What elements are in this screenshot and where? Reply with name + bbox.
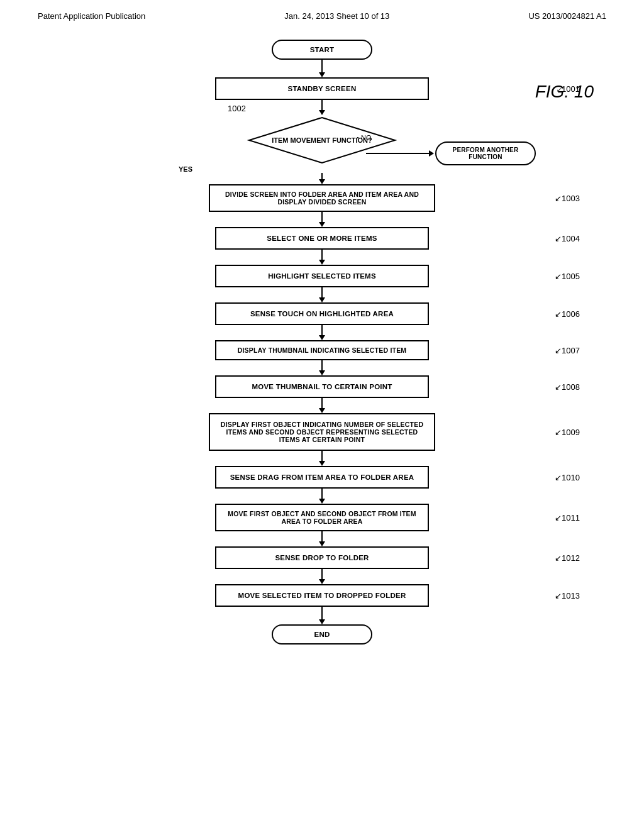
arrow-3 xyxy=(102,173,542,184)
step-1011-wrap: MOVE FIRST OBJECT AND SECOND OBJECT FROM… xyxy=(102,504,542,531)
arrow-4 xyxy=(102,212,542,227)
arrow-1 xyxy=(102,60,542,77)
step-1004-wrap: SELECT ONE OR MORE ITEMS ↙1004 xyxy=(102,227,542,250)
header-left: Patent Application Publication xyxy=(38,11,145,21)
start-node: START xyxy=(272,40,372,60)
node-1004: SELECT ONE OR MORE ITEMS xyxy=(215,227,429,250)
node-1003: DIVIDE SCREEN INTO FOLDER AREA AND ITEM … xyxy=(209,184,435,212)
arrow-14 xyxy=(102,607,542,624)
arrow-11 xyxy=(102,489,542,504)
step-1008-wrap: MOVE THUMBNAIL TO CERTAIN POINT ↙1008 xyxy=(102,375,542,398)
step-num-1007: ↙1007 xyxy=(555,346,580,355)
start-row: START xyxy=(102,40,542,60)
node-1013: MOVE SELECTED ITEM TO DROPPED FOLDER xyxy=(215,584,429,607)
header-center: Jan. 24, 2013 Sheet 10 of 13 xyxy=(284,11,389,21)
header-right: US 2013/0024821 A1 xyxy=(528,11,606,21)
arrow-2 xyxy=(102,100,542,115)
step-num-1009: ↙1009 xyxy=(555,428,580,437)
node-1002-diamond: ITEM MOVEMENT FUNCTION? xyxy=(247,115,397,165)
node-1011: MOVE FIRST OBJECT AND SECOND OBJECT FROM… xyxy=(215,504,429,531)
step-1005-wrap: HIGHLIGHT SELECTED ITEMS ↙1005 xyxy=(102,265,542,287)
arrow-8 xyxy=(102,360,542,375)
step-1007-wrap: DISPLAY THUMBNAIL INDICATING SELECTED IT… xyxy=(102,340,542,360)
step-1010-wrap: SENSE DRAG FROM ITEM AREA TO FOLDER AREA… xyxy=(102,466,542,489)
step-num-1004: ↙1004 xyxy=(555,234,580,243)
diamond-label-1002: ITEM MOVEMENT FUNCTION? xyxy=(247,115,397,165)
step-num-1001: ↙1001 xyxy=(557,84,580,94)
step-num-1008: ↙1008 xyxy=(555,382,580,392)
step-1001-wrap: STANDBY SCREEN ↙1001 xyxy=(102,77,542,100)
arrow-6 xyxy=(102,287,542,302)
step-num-1011: ↙1011 xyxy=(555,513,580,523)
node-1001: STANDBY SCREEN xyxy=(215,77,429,100)
arrow-7 xyxy=(102,325,542,340)
arrow-5 xyxy=(102,250,542,265)
arrow-13 xyxy=(102,569,542,584)
node-1012: SENSE DROP TO FOLDER xyxy=(215,546,429,569)
arrow-9 xyxy=(102,398,542,413)
node-1010: SENSE DRAG FROM ITEM AREA TO FOLDER AREA xyxy=(215,466,429,489)
step-1012-wrap: SENSE DROP TO FOLDER ↙1012 xyxy=(102,546,542,569)
arrow-12 xyxy=(102,531,542,546)
step-num-1005: ↙1005 xyxy=(555,272,580,281)
diagram-container: START STANDBY SCREEN ↙1001 1002 xyxy=(0,27,644,657)
node-1005: HIGHLIGHT SELECTED ITEMS xyxy=(215,265,429,287)
step-num-1002: 1002 xyxy=(228,104,246,113)
step-1006-wrap: SENSE TOUCH ON HIGHLIGHTED AREA ↙1006 xyxy=(102,302,542,325)
step-num-1013: ↙1013 xyxy=(555,591,580,600)
node-1008: MOVE THUMBNAIL TO CERTAIN POINT xyxy=(215,375,429,398)
diamond-1002-container: 1002 ITEM MOVEMENT FUNCTION? NO xyxy=(102,115,542,165)
flowchart: START STANDBY SCREEN ↙1001 1002 xyxy=(102,40,542,645)
page-header: Patent Application Publication Jan. 24, … xyxy=(0,0,644,27)
end-node: END xyxy=(272,624,372,645)
node-perform: PERFORM ANOTHER FUNCTION xyxy=(435,141,536,165)
step-1003-wrap: DIVIDE SCREEN INTO FOLDER AREA AND ITEM … xyxy=(102,184,542,212)
node-1009: DISPLAY FIRST OBJECT INDICATING NUMBER O… xyxy=(209,413,435,451)
step-1009-wrap: DISPLAY FIRST OBJECT INDICATING NUMBER O… xyxy=(102,413,542,451)
step-num-1010: ↙1010 xyxy=(555,473,580,482)
end-row: END xyxy=(102,624,542,645)
step-num-1003: ↙1003 xyxy=(555,194,580,203)
node-1006: SENSE TOUCH ON HIGHLIGHTED AREA xyxy=(215,302,429,325)
node-1007: DISPLAY THUMBNAIL INDICATING SELECTED IT… xyxy=(215,340,429,360)
arrow-10 xyxy=(102,451,542,466)
yes-label: YES xyxy=(179,165,192,173)
step-1013-wrap: MOVE SELECTED ITEM TO DROPPED FOLDER ↙10… xyxy=(102,584,542,607)
step-num-1012: ↙1012 xyxy=(555,553,580,563)
yes-branch: YES xyxy=(102,165,542,173)
step-num-1006: ↙1006 xyxy=(555,309,580,319)
